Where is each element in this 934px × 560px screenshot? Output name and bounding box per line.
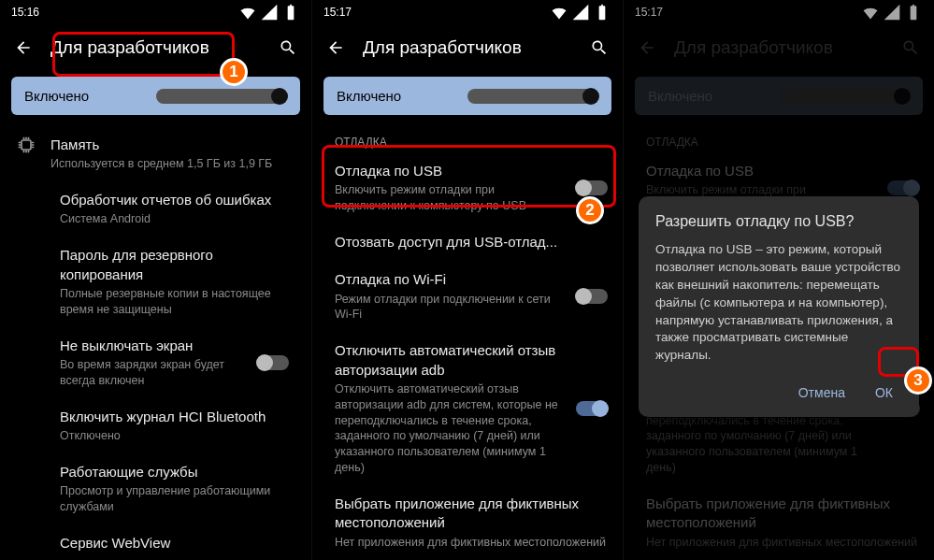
phone-right: 15:17 Для разработчиков Включено ОТЛАДКА… <box>623 0 934 560</box>
item-usb-debug[interactable]: Отладка по USB Включить режим отладки пр… <box>312 152 623 223</box>
item-title: Отладка по Wi-Fi <box>335 270 561 289</box>
master-toggle-label: Включено <box>24 88 156 104</box>
toggle-master[interactable] <box>467 89 598 104</box>
item-title: Память <box>50 136 289 154</box>
phone-left: 15:16 Для разработчиков Включено Память … <box>0 0 311 560</box>
clock: 15:16 <box>11 6 39 19</box>
item-backuppw[interactable]: Пароль для резервного копирования Полные… <box>0 237 311 326</box>
item-title: Пароль для резервного копирования <box>60 246 289 284</box>
dialog-body: Отладка по USB – это режим, который позв… <box>655 241 902 365</box>
dialog-actions: Отмена ОК <box>655 378 902 408</box>
chip-icon <box>17 136 36 154</box>
toggle-adb[interactable] <box>576 401 608 416</box>
toggle-wifi-debug[interactable] <box>576 289 608 304</box>
page-title: Для разработчиков <box>50 37 261 58</box>
item-subtitle: Нет приложения для фиктивных местоположе… <box>335 535 608 551</box>
master-toggle[interactable]: Включено <box>11 77 300 115</box>
item-mockloc[interactable]: Выбрать приложение для фиктивных местопо… <box>312 485 623 559</box>
toggle-stayawake[interactable] <box>257 355 289 370</box>
dialog-title: Разрешить отладку по USB? <box>655 213 902 230</box>
svg-rect-0 <box>22 140 31 150</box>
toggle-master[interactable] <box>156 89 288 104</box>
item-subtitle: Включить режим отладки при подключении к… <box>335 182 561 214</box>
status-icons <box>550 3 611 22</box>
item-subtitle: Режим отладки при подключении к сети Wi-… <box>335 292 561 323</box>
item-memory[interactable]: Память Используется в среднем 1,5 ГБ из … <box>0 126 311 181</box>
status-icons <box>238 3 300 22</box>
item-title: Отладка по USB <box>335 162 561 180</box>
cancel-button[interactable]: Отмена <box>789 378 855 408</box>
back-button[interactable] <box>325 37 346 58</box>
item-title: Работающие службы <box>60 463 289 481</box>
item-title: Не выключать экран <box>60 337 242 355</box>
ok-button[interactable]: ОК <box>866 378 902 408</box>
search-button[interactable] <box>278 37 298 58</box>
back-button[interactable] <box>13 37 34 58</box>
dialog-usb-debug: Разрешить отладку по USB? Отладка по USB… <box>639 196 919 417</box>
signal-icon <box>260 3 279 22</box>
item-title: Выбрать приложение для фиктивных местопо… <box>335 495 608 533</box>
settings-list: ОТЛАДКА Отладка по USB Включить режим от… <box>312 115 623 560</box>
toggle-usb-debug[interactable] <box>576 180 608 195</box>
item-subtitle: Отключено <box>60 428 289 444</box>
item-stayawake[interactable]: Не выключать экран Во время зарядки экра… <box>0 327 311 398</box>
app-bar: Для разработчиков <box>312 24 623 71</box>
item-title: Обработчик отчетов об ошибках <box>60 191 289 209</box>
item-subtitle: Просмотр и управление работающими служба… <box>60 483 289 515</box>
master-toggle[interactable]: Включено <box>323 77 611 115</box>
item-subtitle: Отключить автоматический отзыв авторизац… <box>335 381 561 476</box>
item-hci[interactable]: Включить журнал HCI Bluetooth Отключено <box>0 398 311 453</box>
item-wifi-debug[interactable]: Отладка по Wi-Fi Режим отладки при подкл… <box>312 261 623 332</box>
settings-list: Память Используется в среднем 1,5 ГБ из … <box>0 115 311 560</box>
item-title: Сервис WebView <box>60 534 289 553</box>
signal-icon <box>571 3 590 22</box>
app-bar: Для разработчиков <box>0 24 311 71</box>
item-subtitle: Во время зарядки экран будет всегда вклю… <box>60 357 242 389</box>
wifi-icon <box>550 3 568 22</box>
phone-middle: 15:17 Для разработчиков Включено ОТЛАДКА… <box>311 0 623 560</box>
status-bar: 15:17 <box>312 0 623 24</box>
section-debug: ОТЛАДКА <box>312 126 623 152</box>
item-subtitle: Система Android <box>60 211 289 227</box>
item-subtitle: Полные резервные копии в настоящее время… <box>60 286 289 318</box>
search-button[interactable] <box>589 37 610 58</box>
item-title: Отключить автоматический отзыв авторизац… <box>335 341 561 380</box>
item-adb[interactable]: Отключить автоматический отзыв авторизац… <box>312 332 623 485</box>
battery-icon <box>281 3 300 22</box>
clock: 15:17 <box>323 6 352 19</box>
item-services[interactable]: Работающие службы Просмотр и управление … <box>0 453 311 524</box>
page-title: Для разработчиков <box>363 37 572 58</box>
item-title: Включить журнал HCI Bluetooth <box>60 408 289 426</box>
item-title: Отозвать доступ для USB-отлад... <box>335 233 608 251</box>
wifi-icon <box>238 3 257 22</box>
master-toggle-label: Включено <box>337 88 467 104</box>
item-revoke[interactable]: Отозвать доступ для USB-отлад... <box>312 223 623 261</box>
status-bar: 15:16 <box>0 0 311 24</box>
battery-icon <box>593 3 611 22</box>
item-bugreport[interactable]: Обработчик отчетов об ошибках Система An… <box>0 181 311 237</box>
item-subtitle: Используется в среднем 1,5 ГБ из 1,9 ГБ <box>50 156 289 172</box>
item-webview[interactable]: Сервис WebView <box>0 524 311 560</box>
